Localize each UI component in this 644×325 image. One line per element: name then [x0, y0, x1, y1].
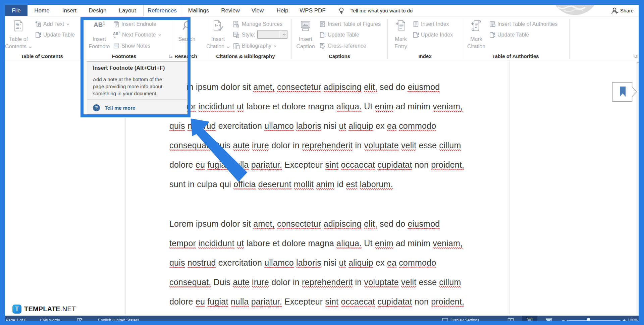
- spellcheck-squiggle: [264, 130, 294, 131]
- bibliography-label: Bibliography: [242, 43, 271, 49]
- spellcheck-squiggle: [399, 267, 436, 268]
- spellcheck-squiggle: [231, 306, 249, 307]
- document-word: non: [415, 160, 429, 169]
- tab-view[interactable]: View: [252, 5, 264, 16]
- spellcheck-squiggle: [264, 267, 294, 268]
- update-table-icon: [35, 32, 42, 38]
- share-button[interactable]: Share: [620, 5, 634, 16]
- page-right-edge: [509, 60, 509, 316]
- document-word: sunt in culpa qui: [169, 179, 231, 189]
- spellcheck-squiggle: [433, 110, 463, 112]
- document-word: laboris: [296, 121, 321, 130]
- add-text-icon: [35, 21, 42, 28]
- document-word: Excepteur: [284, 297, 323, 306]
- add-text-button[interactable]: Add Text: [35, 21, 69, 28]
- captions-update-table-button[interactable]: Update Table: [319, 32, 359, 38]
- insert-index-icon: [413, 21, 419, 28]
- insert-index-button[interactable]: Insert Index: [413, 21, 449, 28]
- spellcheck-squiggle: [302, 149, 353, 151]
- tab-references[interactable]: References: [143, 5, 181, 16]
- toa-update-table-button[interactable]: Update Table: [489, 32, 529, 38]
- document-word: sint: [325, 297, 339, 306]
- document-word: non: [415, 297, 429, 306]
- document-word: Duis: [213, 277, 230, 287]
- spellcheck-squiggle: [169, 286, 211, 288]
- document-word: eiusmod: [408, 82, 440, 92]
- frame-bottom: [0, 321, 644, 325]
- tab-design[interactable]: Design: [89, 5, 107, 16]
- insert-table-of-authorities-button[interactable]: Insert Table of Authorities: [489, 21, 557, 28]
- group-label-toa: Table of Authorities: [492, 54, 539, 59]
- spellcheck-squiggle: [339, 130, 346, 131]
- tab-wps-pdf[interactable]: WPS PDF: [300, 5, 325, 16]
- mark-citation-button[interactable]: Mark Citation: [463, 16, 490, 53]
- pin-ribbon-icon[interactable]: [633, 54, 638, 59]
- tab-help[interactable]: Help: [277, 5, 288, 16]
- cross-reference-button[interactable]: Cross-reference: [319, 43, 366, 49]
- tab-file[interactable]: File: [5, 5, 28, 16]
- document-word: deserunt: [258, 179, 291, 189]
- tab-layout[interactable]: Layout: [119, 5, 136, 16]
- document-word: amet,: [253, 82, 275, 92]
- document-word: in: [355, 141, 362, 150]
- document-word: anim: [316, 179, 334, 189]
- update-index-button[interactable]: Update Index: [413, 32, 453, 38]
- mark-entry-button[interactable]: Mark Entry: [387, 16, 414, 53]
- spellcheck-squiggle: [296, 130, 321, 131]
- spellcheck-squiggle: [439, 149, 461, 151]
- document-word: nostrud: [187, 258, 216, 267]
- style-combobox-arrow[interactable]: [281, 31, 287, 38]
- insert-citation-icon: [213, 20, 223, 32]
- style-label: Style:: [242, 32, 255, 38]
- document-word: cillum: [439, 141, 461, 150]
- document-word: ullamco: [264, 258, 294, 267]
- document-word: irure: [252, 141, 269, 150]
- spellcheck-squiggle: [401, 149, 416, 151]
- insert-caption-label-2: Caption: [292, 44, 319, 49]
- insert-table-of-figures-label: Insert Table of Figures: [328, 21, 381, 27]
- tab-home[interactable]: Home: [34, 5, 49, 16]
- captions-update-table-label: Update Table: [328, 32, 359, 38]
- document-text-line: tempor incididunt ut labore et dolore ma…: [169, 97, 463, 116]
- update-table-button[interactable]: Update Table: [35, 32, 75, 38]
- document-word: cupidatat: [377, 297, 412, 306]
- document-word: velit: [401, 141, 416, 150]
- insert-table-of-figures-icon: [319, 21, 326, 28]
- spellcheck-squiggle: [316, 188, 334, 190]
- spellcheck-squiggle: [258, 188, 291, 190]
- insert-table-of-figures-button[interactable]: Insert Table of Figures: [319, 21, 381, 28]
- frame-top: [0, 0, 644, 5]
- document-word: esse: [419, 141, 437, 150]
- tell-me-box[interactable]: Tell me what you want to do: [351, 5, 413, 16]
- document-text-line: quis nostrud exercitation ullamco labori…: [169, 116, 436, 136]
- bibliography-button[interactable]: Bibliography: [233, 43, 277, 49]
- document-word: reprehenderit: [302, 141, 353, 150]
- document-word: dolor in: [271, 141, 300, 150]
- template-net-logo-icon: T: [12, 305, 21, 314]
- document-word: eiusmod: [408, 219, 440, 228]
- tab-review[interactable]: Review: [221, 5, 240, 16]
- spellcheck-squiggle: [169, 149, 211, 151]
- document-word: proident,: [431, 297, 464, 306]
- tab-mailings[interactable]: Mailings: [188, 5, 209, 16]
- style-label-row: Style:: [233, 32, 255, 38]
- spellcheck-squiggle: [187, 267, 216, 268]
- insert-caption-button[interactable]: Insert Caption: [292, 16, 319, 53]
- document-word: aute: [233, 141, 249, 150]
- manage-sources-button[interactable]: Manage Sources: [233, 21, 282, 28]
- spellcheck-squiggle: [433, 247, 463, 249]
- table-of-contents-button[interactable]: Table of Contents: [5, 16, 32, 53]
- bookmark-callout[interactable]: [612, 82, 638, 103]
- document-word: aliqua.: [336, 238, 362, 248]
- spellcheck-squiggle: [377, 169, 412, 170]
- style-combobox[interactable]: [257, 31, 287, 39]
- document-word: quis: [169, 121, 185, 130]
- insert-citation-button[interactable]: Insert Citation: [205, 16, 231, 53]
- document-word: commodo: [399, 121, 436, 130]
- document-word: dolore: [169, 160, 193, 169]
- tab-insert[interactable]: Insert: [62, 5, 77, 16]
- table-of-contents-icon: [14, 20, 23, 32]
- mark-citation-label-2: Citation: [463, 44, 490, 49]
- document-word: esse: [419, 277, 437, 287]
- spellcheck-squiggle: [364, 286, 399, 288]
